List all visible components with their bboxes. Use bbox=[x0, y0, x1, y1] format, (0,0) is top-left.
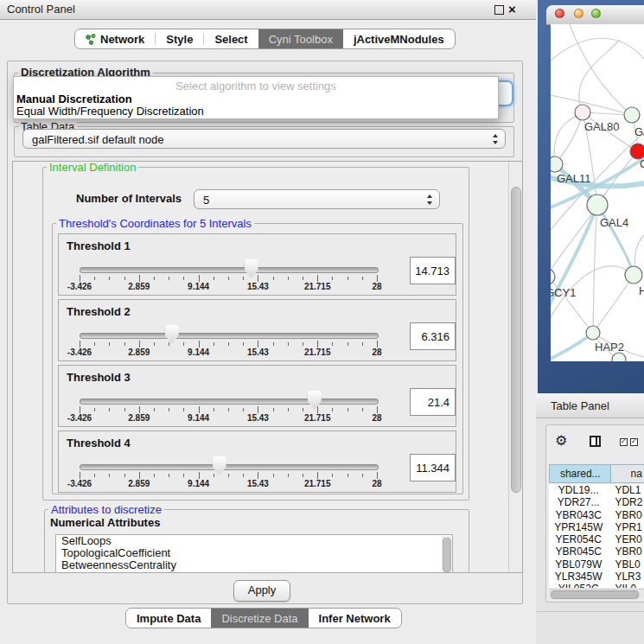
apply-button[interactable]: Apply bbox=[233, 580, 290, 602]
threshold-label: Threshold 3 bbox=[67, 371, 131, 384]
slider-thumb[interactable] bbox=[308, 391, 322, 410]
table-hscrollbar[interactable] bbox=[549, 589, 644, 598]
table-row[interactable]: YPR145WYPR1 bbox=[549, 521, 644, 533]
threshold-value-field[interactable]: 11.344 bbox=[410, 454, 456, 481]
close-icon[interactable]: × bbox=[508, 1, 516, 18]
node-label: HAP2 bbox=[595, 341, 624, 354]
tick-label: -3.426 bbox=[67, 348, 92, 357]
minor-tick bbox=[124, 474, 125, 477]
numerical-attributes-label: Numerical Attributes bbox=[50, 516, 160, 529]
number-of-intervals-combobox[interactable]: 5 bbox=[194, 189, 440, 209]
minor-tick bbox=[214, 474, 214, 477]
major-tick bbox=[377, 275, 378, 282]
table-row[interactable]: YIL052CYIL0 bbox=[549, 583, 644, 588]
columns-icon[interactable] bbox=[590, 436, 601, 447]
table-row[interactable]: YBR043CYBR0 bbox=[549, 509, 644, 521]
table-row[interactable]: YBR045CYBR0 bbox=[549, 545, 644, 558]
tab-select[interactable]: Select bbox=[204, 29, 258, 48]
network-node-gal80[interactable] bbox=[575, 105, 590, 120]
tick-label: 15.43 bbox=[247, 479, 269, 488]
algorithm-option-equal-width[interactable]: Equal Width/Frequency Discretization bbox=[16, 105, 204, 118]
network-node[interactable] bbox=[624, 107, 640, 123]
major-tick bbox=[139, 472, 140, 479]
checkbox-icon[interactable] bbox=[630, 438, 638, 446]
tab-cyni-toolbox[interactable]: Cyni Toolbox bbox=[258, 29, 343, 48]
attribute-item[interactable]: BetweennessCentrality bbox=[56, 559, 452, 571]
table-row[interactable]: YLR345WYLR3 bbox=[549, 571, 644, 583]
minor-tick bbox=[332, 342, 333, 346]
tab-label: Discretize Data bbox=[221, 612, 297, 625]
table-data-value: galFiltered.sif default node bbox=[32, 132, 163, 145]
column-header-name[interactable]: na bbox=[611, 465, 644, 482]
slider-track[interactable] bbox=[80, 267, 379, 273]
thresholds-title: Threshold's Coordinates for 5 Intervals bbox=[56, 217, 254, 230]
minor-tick bbox=[183, 408, 184, 411]
minor-tick bbox=[243, 474, 244, 477]
attributes-scrollbar[interactable] bbox=[442, 536, 451, 573]
panel-divider bbox=[536, 611, 644, 612]
cell-name: YBL0 bbox=[608, 558, 644, 571]
table-row[interactable]: YBL079WYBL0 bbox=[549, 558, 644, 571]
attribute-item[interactable]: TopologicalCoefficient bbox=[56, 547, 452, 559]
minor-tick bbox=[154, 474, 155, 477]
attribute-item[interactable]: SelfLoops bbox=[56, 535, 452, 547]
numerical-attributes-list[interactable]: SelfLoopsTopologicalCoefficientBetweenne… bbox=[55, 534, 453, 573]
slider-track[interactable] bbox=[80, 399, 379, 405]
table-row[interactable]: YDL19...YDL1 bbox=[549, 484, 644, 496]
network-node-gcy1[interactable] bbox=[551, 269, 555, 284]
minor-tick bbox=[273, 474, 274, 477]
table-data-combobox[interactable]: galFiltered.sif default node bbox=[22, 129, 506, 149]
tab-discretize-data[interactable]: Discretize Data bbox=[211, 609, 308, 628]
network-node-hap2[interactable] bbox=[586, 326, 600, 340]
network-node-gal4[interactable] bbox=[587, 194, 608, 215]
cell-shared-name: YDR27... bbox=[549, 496, 608, 508]
tab-infer-network[interactable]: Infer Network bbox=[309, 609, 401, 628]
minor-tick bbox=[214, 408, 214, 411]
major-tick bbox=[377, 406, 378, 413]
network-node[interactable] bbox=[612, 353, 626, 361]
threshold-label: Threshold 4 bbox=[67, 437, 131, 450]
mac-zoom-icon[interactable] bbox=[591, 9, 601, 18]
minor-tick bbox=[169, 342, 169, 346]
checkbox-icon[interactable] bbox=[620, 438, 628, 446]
table-row[interactable]: YER054CYER0 bbox=[549, 533, 644, 545]
threshold-value-field[interactable]: 14.713 bbox=[410, 257, 456, 284]
slider-thumb[interactable] bbox=[165, 325, 179, 344]
float-icon[interactable] bbox=[494, 5, 504, 15]
tab-impute-data[interactable]: Impute Data bbox=[126, 609, 211, 628]
table-row[interactable]: YDR27...YDR2 bbox=[549, 496, 644, 508]
network-edge bbox=[551, 38, 644, 61]
mac-close-icon[interactable] bbox=[555, 9, 564, 18]
minor-tick bbox=[303, 342, 303, 346]
slider-thumb[interactable] bbox=[213, 456, 226, 475]
network-node-h[interactable] bbox=[625, 266, 642, 284]
tab-jactivemnodules[interactable]: jActiveMNodules bbox=[343, 29, 455, 48]
slider-track[interactable] bbox=[80, 464, 379, 470]
panel-title: Control Panel bbox=[7, 3, 75, 16]
mac-minimize-icon[interactable] bbox=[574, 9, 583, 18]
major-tick bbox=[199, 275, 200, 282]
tick-label: 28 bbox=[372, 479, 381, 488]
tick-label: 21.715 bbox=[304, 479, 331, 488]
network-canvas[interactable]: GAL80GACGAL11GAL4GCY1HHAP2 bbox=[551, 24, 644, 361]
minor-tick bbox=[348, 277, 348, 280]
tab-label: Cyni Toolbox bbox=[269, 33, 333, 46]
threshold-value-field[interactable]: 6.316 bbox=[410, 322, 456, 350]
panel-scrollbar-thumb[interactable] bbox=[511, 187, 521, 493]
slider-track[interactable] bbox=[80, 333, 379, 339]
cell-shared-name: YLR345W bbox=[549, 571, 608, 583]
network-edge bbox=[551, 205, 597, 277]
threshold-value-field[interactable]: 21.4 bbox=[410, 388, 456, 416]
minor-tick bbox=[362, 342, 363, 346]
tab-network[interactable]: Network bbox=[75, 29, 155, 48]
slider-thumb[interactable] bbox=[245, 259, 258, 278]
settings-scroll-panel: Interval Definition Number of Intervals … bbox=[12, 161, 523, 573]
panel-scrollbar[interactable] bbox=[508, 162, 522, 572]
tab-style[interactable]: Style bbox=[156, 29, 203, 48]
network-node-gal11[interactable] bbox=[551, 156, 563, 172]
algorithm-option-manual[interactable]: Manual Discretization bbox=[16, 92, 132, 105]
table-hscrollbar-thumb[interactable] bbox=[551, 590, 639, 599]
cell-shared-name: YER054C bbox=[549, 533, 608, 545]
column-header-shared-name[interactable]: shared... bbox=[550, 465, 611, 482]
gear-icon[interactable]: ⚙ bbox=[555, 432, 567, 449]
